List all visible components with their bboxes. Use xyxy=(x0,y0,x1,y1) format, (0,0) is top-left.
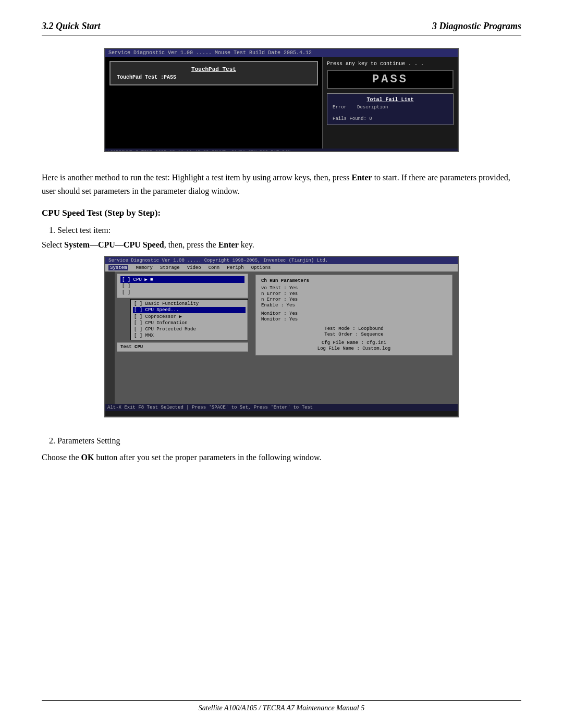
menu-memory: Memory xyxy=(136,265,152,270)
header-left: 3.2 Quick Start xyxy=(42,21,101,32)
menu-video: Video xyxy=(187,265,201,270)
cpu-menu-box: [ ] CPU ▶ ■ [ ] [ ] xyxy=(117,274,248,298)
submenu-basic: [ ] Basic Functionality xyxy=(133,301,246,307)
touchpad-popup: TouchPad Test TouchPad Test :PASS xyxy=(109,61,318,85)
param-row-3: n Error : Yes xyxy=(261,297,447,302)
dark-band xyxy=(105,272,115,404)
screen2-body: [ ] CPU ▶ ■ [ ] [ ] [ ] Basic Functional… xyxy=(105,272,458,404)
param-row-6: Monitor : Yes xyxy=(261,317,447,322)
screen1-statusbar: LOOPBOUND C.TIME:2005-05-11 11:40:22 COU… xyxy=(105,149,458,152)
test-cpu-box: Test CPU xyxy=(117,342,248,352)
menu-periph: Periph xyxy=(227,265,243,270)
param-test-order: Test Order : Sequence xyxy=(261,332,447,337)
page-header: 3.2 Quick Start 3 Diagnostic Programs xyxy=(42,21,521,35)
pass-banner: PASS xyxy=(327,70,454,89)
screen2-menubar: System Memory Storage Video Conn Periph … xyxy=(105,264,458,272)
cpu-item-main: [ ] CPU ▶ ■ xyxy=(120,276,244,283)
fail-header-row: Error Description xyxy=(333,105,448,110)
cpu-submenu: [ ] Basic Functionality [ ] CPU Speed...… xyxy=(125,299,248,340)
param-row-1: vo Test : Yes xyxy=(261,286,447,291)
screenshot-1-wrapper: Service Diagnostic Ver 1.00 ..... Mouse … xyxy=(42,48,521,163)
param-row-5: Monitor : Yes xyxy=(261,311,447,316)
screen1-right: Press any key to continue . . . PASS Tot… xyxy=(322,57,458,149)
screen2-right: Ch Run Parameters vo Test : Yes n Error … xyxy=(250,272,458,404)
body-text-2: Choose the OK button after you set the p… xyxy=(42,451,521,464)
select-instruction: Select System—CPU—CPU Speed, then, press… xyxy=(42,240,521,250)
fail-col1: Error xyxy=(333,105,347,110)
param-center: Test Mode : Loopbound Test Order : Seque… xyxy=(261,326,447,351)
screen1-titlebar: Service Diagnostic Ver 1.00 ..... Mouse … xyxy=(105,49,458,57)
screenshot-2: Service Diagnostic Ver 1.00 ..... Copyri… xyxy=(104,256,459,417)
list-item-2: Parameters Setting xyxy=(57,436,521,446)
screenshot-1: Service Diagnostic Ver 1.00 ..... Mouse … xyxy=(104,48,459,152)
numbered-list-2: Parameters Setting xyxy=(57,436,521,446)
submenu-mmx: [ ] MMX xyxy=(133,332,246,339)
menu-conn: Conn xyxy=(209,265,220,270)
menu-options: Options xyxy=(251,265,271,270)
param-row-2: n Error : Yes xyxy=(261,291,447,297)
enter-key-2: Enter xyxy=(218,240,239,249)
section-heading: CPU Speed Test (Step by Step): xyxy=(42,208,521,218)
param-cfg: Cfg File Name : cfg.ini xyxy=(261,340,447,346)
footer-text: Satellite A100/A105 / TECRA A7 Maintenan… xyxy=(199,704,364,712)
cpu-item-blank2: [ ] xyxy=(120,289,244,295)
screen1-left: TouchPad Test TouchPad Test :PASS xyxy=(105,57,322,149)
screen2-statusbar: Alt-X Exit F8 Test Selected | Press 'SPA… xyxy=(105,404,458,411)
param-test-mode: Test Mode : Loopbound xyxy=(261,326,447,331)
total-fail-box: Total Fail List Error Description Fails … xyxy=(327,93,454,125)
status-line1: LOOPBOUND C.TIME:2005-05-11 11:40:22 COU… xyxy=(107,150,456,152)
submenu-cpu-prot: [ ] CPU Protected Mode xyxy=(133,326,246,332)
numbered-list: Select test item: xyxy=(57,226,521,235)
touchpad-popup-title: TouchPad Test xyxy=(117,66,311,72)
total-fail-title: Total Fail List xyxy=(333,97,448,103)
screen2-left: [ ] CPU ▶ ■ [ ] [ ] [ ] Basic Functional… xyxy=(115,272,250,404)
test-cpu-label: Test CPU xyxy=(120,344,143,350)
screenshot-2-wrapper: Service Diagnostic Ver 1.00 ..... Copyri… xyxy=(42,256,521,428)
press-any-key-text: Press any key to continue . . . xyxy=(327,61,454,67)
submenu-cpu-info: [ ] CPU Information xyxy=(133,320,246,326)
page-footer: Satellite A100/A105 / TECRA A7 Maintenan… xyxy=(42,700,521,712)
list-item-1: Select test item: xyxy=(57,226,521,235)
submenu-cpu-speed: [ ] CPU Speed... xyxy=(133,307,246,313)
cpu-item-blank: [ ] xyxy=(120,283,244,289)
ok-button-label: OK xyxy=(81,453,94,462)
pass-text: PASS xyxy=(372,73,408,86)
submenu-box: [ ] Basic Functionality [ ] CPU Speed...… xyxy=(130,299,248,340)
run-params-box: Ch Run Parameters vo Test : Yes n Error … xyxy=(255,275,452,355)
fail-col2: Description xyxy=(357,105,388,110)
param-row-4: Enable : Yes xyxy=(261,303,447,308)
submenu-coprocessor: [ ] Coprocessor ▶ xyxy=(133,313,246,320)
system-cpu-speed-text: System—CPU—CPU Speed xyxy=(64,240,164,249)
screen1-body: TouchPad Test TouchPad Test :PASS Press … xyxy=(105,57,458,149)
header-right: 3 Diagnostic Programs xyxy=(432,21,521,32)
screen2-titlebar: Service Diagnostic Ver 1.00 ..... Copyri… xyxy=(105,257,458,264)
menu-storage: Storage xyxy=(160,265,180,270)
enter-key-1: Enter xyxy=(352,173,372,182)
touchpad-popup-row: TouchPad Test :PASS xyxy=(117,75,311,80)
fails-found: Fails Found: 0 xyxy=(333,116,448,121)
run-params-title: Ch Run Parameters xyxy=(261,278,447,283)
body-text-1: Here is another method to run the test: … xyxy=(42,171,521,198)
menu-system: System xyxy=(108,265,128,270)
param-log: Log File Name : Custom.log xyxy=(261,346,447,351)
